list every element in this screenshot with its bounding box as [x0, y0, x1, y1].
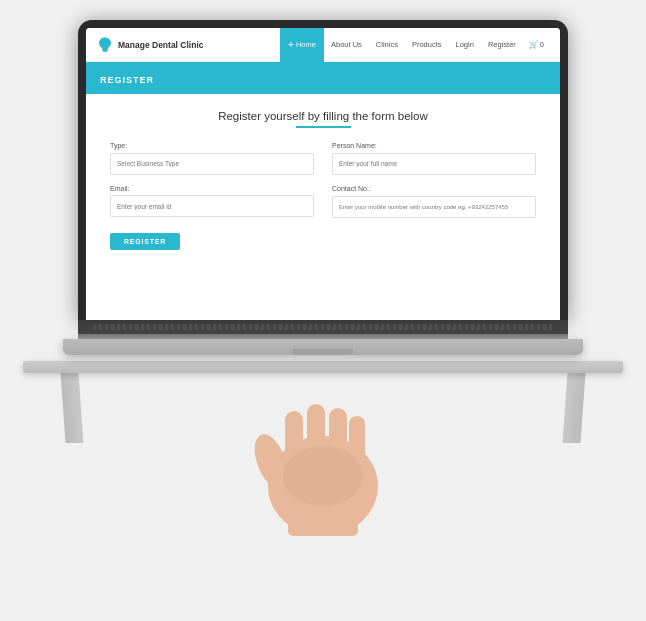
type-input[interactable]	[110, 153, 314, 175]
nav-link-clinics[interactable]: Clinics	[369, 28, 405, 62]
table-leg-left	[61, 373, 84, 443]
nav-link-about[interactable]: About Us	[324, 28, 369, 62]
nav-about-label: About Us	[331, 40, 362, 49]
navbar: Manage Dental Clinic + Home About Us Cli…	[86, 28, 560, 62]
nav-login-label: Login	[456, 40, 474, 49]
email-input[interactable]	[110, 195, 314, 217]
person-name-label: Person Name:	[332, 142, 536, 149]
home-plus-icon: +	[288, 40, 294, 50]
contact-group: Contact No.:	[332, 185, 536, 218]
form-title: Register yourself by filling the form be…	[110, 110, 536, 122]
register-header: REGISTER	[86, 62, 560, 94]
scene-wrapper: Manage Dental Clinic + Home About Us Cli…	[0, 0, 646, 621]
nav-link-login[interactable]: Login	[449, 28, 481, 62]
table-leg-right	[563, 373, 586, 443]
nav-products-label: Products	[412, 40, 442, 49]
form-row-1: Type: Person Name:	[110, 142, 536, 175]
nav-register-label: Register	[488, 40, 516, 49]
nav-link-products[interactable]: Products	[405, 28, 449, 62]
logo-icon	[96, 36, 114, 54]
cart-icon: 🛒	[529, 40, 538, 49]
logo: Manage Dental Clinic	[96, 36, 204, 54]
type-group: Type:	[110, 142, 314, 175]
register-button[interactable]: REGISTER	[110, 233, 180, 250]
type-label: Type:	[110, 142, 314, 149]
screen-outer: Manage Dental Clinic + Home About Us Cli…	[78, 20, 568, 320]
title-underline	[296, 126, 351, 128]
cart-count: 0	[540, 40, 544, 49]
nav-link-register[interactable]: Register	[481, 28, 523, 62]
form-section: Register yourself by filling the form be…	[86, 94, 560, 262]
screen-inner: Manage Dental Clinic + Home About Us Cli…	[86, 28, 560, 320]
hand-svg	[233, 316, 413, 536]
email-group: Email:	[110, 185, 314, 218]
nav-link-home[interactable]: + Home	[280, 28, 324, 62]
contact-label: Contact No.:	[332, 185, 536, 192]
nav-clinics-label: Clinics	[376, 40, 398, 49]
person-name-input[interactable]	[332, 153, 536, 175]
person-name-group: Person Name:	[332, 142, 536, 175]
register-header-text: REGISTER	[100, 75, 154, 85]
nav-links: + Home About Us Clinics Products Login R…	[280, 28, 550, 62]
logo-text: Manage Dental Clinic	[118, 40, 204, 50]
email-label: Email:	[110, 185, 314, 192]
laptop: Manage Dental Clinic + Home About Us Cli…	[63, 20, 583, 355]
hand-container	[233, 316, 413, 536]
contact-input[interactable]	[332, 196, 536, 218]
nav-home-label: Home	[296, 40, 316, 49]
form-row-2: Email: Contact No.:	[110, 185, 536, 218]
nav-cart[interactable]: 🛒 0	[523, 28, 550, 62]
svg-point-7	[283, 446, 363, 506]
